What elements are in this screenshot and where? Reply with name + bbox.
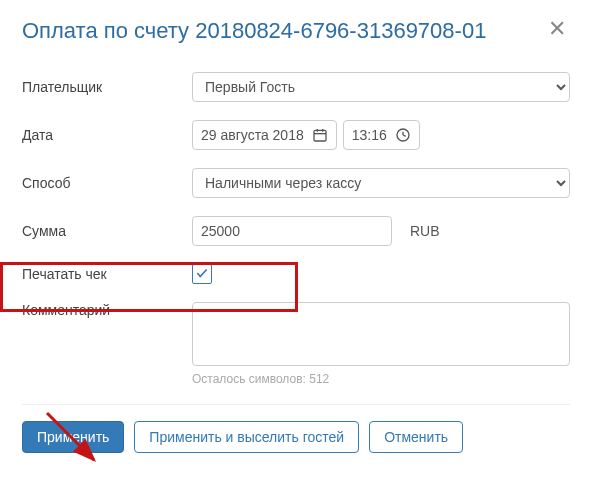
date-label: Дата [22, 127, 192, 143]
time-input[interactable]: 13:16 [343, 120, 420, 150]
comment-textarea[interactable] [192, 302, 570, 366]
check-icon [195, 266, 209, 283]
apply-checkout-button[interactable]: Применить и выселить гостей [134, 421, 359, 453]
apply-button[interactable]: Применить [22, 421, 124, 453]
date-input[interactable]: 29 августа 2018 [192, 120, 337, 150]
close-button[interactable]: ✕ [544, 18, 570, 40]
method-label: Способ [22, 175, 192, 191]
clock-icon [395, 127, 411, 143]
cancel-button[interactable]: Отменить [369, 421, 463, 453]
method-select[interactable]: Наличными через кассу [192, 168, 570, 198]
calendar-icon [312, 127, 328, 143]
payer-select[interactable]: Первый Гость [192, 72, 570, 102]
amount-label: Сумма [22, 223, 192, 239]
comment-label: Комментарий [22, 302, 192, 318]
time-value: 13:16 [352, 127, 387, 143]
svg-line-6 [403, 135, 406, 136]
print-check-checkbox[interactable] [192, 264, 212, 284]
close-icon: ✕ [548, 16, 566, 41]
dialog-title: Оплата по счету 20180824-6796-31369708-0… [22, 18, 486, 44]
currency-label: RUB [410, 223, 440, 239]
print-check-label: Печатать чек [22, 266, 192, 282]
payer-label: Плательщик [22, 79, 192, 95]
svg-rect-0 [314, 130, 326, 141]
amount-input[interactable] [192, 216, 392, 246]
char-count-text: Осталось символов: 512 [192, 372, 570, 386]
date-value: 29 августа 2018 [201, 127, 304, 143]
